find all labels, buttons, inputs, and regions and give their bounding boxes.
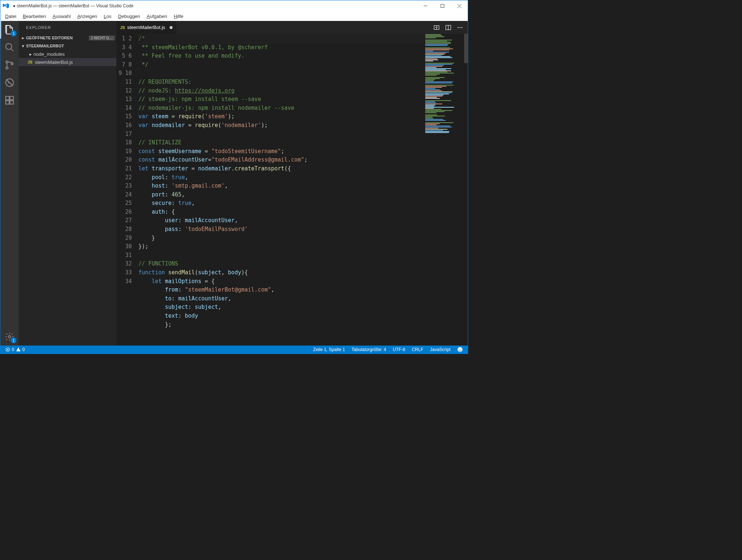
menu-auswahl[interactable]: Auswahl [49, 12, 74, 20]
svg-point-4 [6, 44, 12, 50]
extensions-icon[interactable] [0, 91, 19, 109]
status-bar: 0 0 Zeile 1, Spalte 1 Tabulatorgröße: 4 … [0, 346, 468, 354]
status-language[interactable]: JavaScript [428, 347, 452, 352]
svg-rect-14 [10, 97, 13, 100]
status-tabsize[interactable]: Tabulatorgröße: 4 [350, 347, 388, 352]
svg-point-19 [457, 27, 459, 28]
file-label: steemMailerBot.js [35, 59, 73, 65]
vertical-scrollbar[interactable] [464, 34, 468, 346]
minimap[interactable] [424, 34, 464, 346]
scrollbar-thumb[interactable] [464, 34, 468, 63]
menu-los[interactable]: Los [101, 12, 115, 20]
section-label: STEEMMAILERBOT [26, 44, 64, 48]
editor-content[interactable]: 1 2 3 4 5 6 7 8 9 10 11 12 13 14 15 16 1… [116, 34, 468, 346]
compare-changes-icon[interactable] [433, 24, 440, 31]
maximize-button[interactable] [434, 0, 451, 11]
chevron-right-icon: ▸ [28, 51, 33, 57]
menu-bearbeiten[interactable]: Bearbeiten [19, 12, 49, 20]
unsaved-tag: 1 NICHT G… [89, 36, 115, 40]
menubar: Datei Bearbeiten Auswahl Anzeigen Los De… [0, 11, 468, 21]
debug-icon[interactable] [0, 74, 19, 91]
js-file-icon: JS [28, 60, 35, 64]
dirty-indicator-icon [170, 26, 173, 29]
minimize-button[interactable] [417, 0, 434, 11]
menu-anzeigen[interactable]: Anzeigen [74, 12, 100, 20]
svg-point-7 [6, 67, 8, 69]
menu-aufgaben[interactable]: Aufgaben [144, 12, 171, 20]
status-encoding[interactable]: UTF-8 [391, 347, 407, 352]
search-icon[interactable] [0, 39, 19, 56]
chevron-down-icon: ▾ [20, 44, 26, 48]
section-open-editors[interactable]: ▸ GEÖFFNETE EDITOREN 1 NICHT G… [19, 34, 116, 42]
line-numbers: 1 2 3 4 5 6 7 8 9 10 11 12 13 14 15 16 1… [116, 34, 138, 346]
window-titlebar: ● steemMailerBot.js — steemMailerBot — V… [0, 0, 468, 11]
explorer-badge: 1 [11, 30, 17, 36]
section-project[interactable]: ▾ STEEMMAILERBOT [19, 42, 116, 50]
tab-label: steemMailerBot.js [127, 25, 165, 30]
sidebar-title: EXPLORER [19, 21, 116, 34]
activity-bar: 1 1 [0, 21, 19, 346]
menu-hilfe[interactable]: Hilfe [170, 12, 187, 20]
svg-point-21 [462, 27, 463, 28]
explorer-sidebar: EXPLORER ▸ GEÖFFNETE EDITOREN 1 NICHT G…… [19, 21, 116, 346]
svg-rect-12 [6, 101, 9, 104]
feedback-smiley-icon[interactable] [455, 347, 465, 353]
code-lines[interactable]: /* ** steemMailerBot v0.0.1, by @scherer… [138, 34, 468, 346]
chevron-right-icon: ▸ [20, 36, 26, 40]
svg-point-20 [460, 27, 461, 28]
svg-line-10 [6, 79, 13, 86]
editor-group: JS steemMailerBot.js 1 2 3 4 5 6 7 8 9 1… [116, 21, 468, 346]
status-errors[interactable]: 0 0 [3, 347, 26, 352]
svg-point-26 [459, 349, 460, 350]
explorer-icon[interactable]: 1 [0, 21, 19, 39]
window-controls [417, 0, 468, 11]
svg-rect-11 [6, 97, 9, 100]
svg-rect-1 [441, 4, 444, 8]
folder-label: node_modules [33, 51, 65, 57]
menu-debuggen[interactable]: Debuggen [115, 12, 144, 20]
svg-point-6 [6, 61, 8, 63]
vscode-logo-icon [0, 3, 11, 9]
editor-actions [429, 21, 468, 34]
source-control-icon[interactable] [0, 56, 19, 74]
folder-node-modules[interactable]: ▸ node_modules [19, 50, 116, 58]
tab-steemmailerbot-js[interactable]: JS steemMailerBot.js [116, 21, 176, 34]
split-editor-icon[interactable] [445, 24, 452, 31]
close-button[interactable] [451, 0, 468, 11]
svg-point-15 [8, 336, 11, 338]
status-line-col[interactable]: Zeile 1, Spalte 1 [311, 347, 347, 352]
window-title: ● steemMailerBot.js — steemMailerBot — V… [11, 3, 417, 8]
js-file-icon: JS [120, 25, 125, 30]
tab-bar: JS steemMailerBot.js [116, 21, 468, 34]
svg-rect-13 [10, 101, 13, 104]
menu-datei[interactable]: Datei [2, 12, 19, 20]
settings-badge: 1 [11, 337, 17, 343]
file-steemmailerbot-js[interactable]: JS steemMailerBot.js [19, 58, 116, 66]
status-eol[interactable]: CRLF [410, 347, 425, 352]
settings-gear-icon[interactable]: 1 [0, 328, 19, 346]
svg-point-27 [460, 349, 461, 350]
section-label: GEÖFFNETE EDITOREN [26, 36, 73, 40]
more-actions-icon[interactable] [457, 24, 463, 31]
svg-line-5 [11, 49, 14, 51]
